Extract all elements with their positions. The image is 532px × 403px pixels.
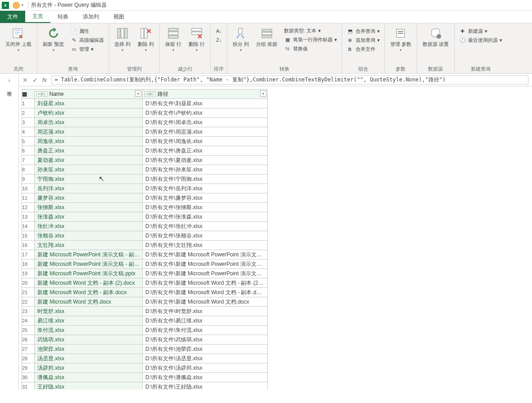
cell-name[interactable]: 易江维.xlsx xyxy=(35,316,143,326)
table-row[interactable]: 21新建 Microsoft Word 文档 - 副本.docxD:\所有文件\… xyxy=(22,288,268,297)
table-row[interactable]: 6唐盘正.xlsxD:\所有文件\唐盘正.xlsx xyxy=(22,146,268,156)
column-header-name[interactable]: ABCName ▾ xyxy=(35,90,143,99)
tab-home[interactable]: 主页 xyxy=(25,11,50,23)
cell-path[interactable]: D:\所有文件\孙来笙.xlsx xyxy=(143,165,268,175)
cell-name[interactable]: 池荣弈.xlsx xyxy=(35,345,143,354)
data-type-button[interactable]: 数据类型: 文本 ▾ xyxy=(282,27,339,35)
cell-name[interactable]: 周卓浩.xlsx xyxy=(35,118,143,127)
recent-sources-button[interactable]: 🕘最近使用的源 ▾ xyxy=(457,36,504,44)
cell-name[interactable]: 新建 Microsoft Word 文档 - 副本 (2).docx xyxy=(35,278,143,288)
expand-sidebar-icon[interactable]: › xyxy=(9,77,10,84)
table-row[interactable]: 8孙来笙.xlsxD:\所有文件\孙来笙.xlsx xyxy=(22,165,268,175)
cancel-formula-icon[interactable]: ✕ xyxy=(23,76,28,84)
table-row[interactable]: 1刘昼星.xlsxD:\所有文件\刘昼星.xlsx xyxy=(22,99,268,108)
cell-name[interactable]: 岳列洋.xlsx xyxy=(35,184,143,193)
cell-name[interactable]: 张灶冲.xlsx xyxy=(35,222,143,231)
row-number[interactable]: 6 xyxy=(22,146,35,156)
table-row[interactable]: 20新建 Microsoft Word 文档 - 副本 (2).docxD:\所… xyxy=(22,278,268,288)
row-number[interactable]: 1 xyxy=(22,99,35,108)
cell-path[interactable]: D:\所有文件\卢钦钧.xlsx xyxy=(143,108,268,118)
row-number[interactable]: 5 xyxy=(22,137,35,146)
row-number[interactable]: 16 xyxy=(22,241,35,250)
sort-desc-button[interactable]: Z↓ xyxy=(213,36,224,44)
queries-sidebar-collapsed[interactable]: › 查询 xyxy=(0,74,19,390)
merge-queries-button[interactable]: ⬒合并查询 ▾ xyxy=(345,27,382,35)
remove-columns-button[interactable]: 删除 列▾ xyxy=(135,25,157,53)
cell-name[interactable]: 潘佩焱.xlsx xyxy=(35,373,143,382)
table-row[interactable]: 2卢钦钧.xlsxD:\所有文件\卢钦钧.xlsx xyxy=(22,108,268,118)
cell-path[interactable]: D:\所有文件\新建 Microsoft PowerPoint 演示文稿.ppt… xyxy=(143,269,268,278)
row-number[interactable]: 15 xyxy=(22,231,35,241)
advanced-editor-button[interactable]: ✎高级编辑器 xyxy=(68,36,106,44)
cell-name[interactable]: 朱付流.xlsx xyxy=(35,326,143,335)
row-number[interactable]: 28 xyxy=(22,354,35,363)
use-first-row-header-button[interactable]: ▦将第一行用作标题 ▾ xyxy=(282,36,339,44)
table-row[interactable]: 14张灶冲.xlsxD:\所有文件\张灶冲.xlsx xyxy=(22,222,268,231)
row-number[interactable]: 31 xyxy=(22,382,35,390)
table-row[interactable]: 13张淮森.xlsxD:\所有文件\张淮森.xlsx xyxy=(22,212,268,222)
table-row[interactable]: 28汤丞昱.xlsxD:\所有文件\汤丞昱.xlsx xyxy=(22,354,268,363)
cell-path[interactable]: D:\所有文件\张顺谷.xlsx xyxy=(143,231,268,241)
cell-name[interactable]: 张顺谷.xlsx xyxy=(35,231,143,241)
close-load-button[interactable]: 关闭并 上载 ▾ xyxy=(3,25,34,53)
column-filter-dropdown[interactable]: ▾ xyxy=(135,90,141,97)
row-number[interactable]: 26 xyxy=(22,335,35,345)
cell-path[interactable]: D:\所有文件\周卓浩.xlsx xyxy=(143,118,268,127)
cell-name[interactable]: 卢钦钧.xlsx xyxy=(35,108,143,118)
qat-dropdown-icon[interactable]: ▾ xyxy=(22,3,25,7)
row-number[interactable]: 18 xyxy=(22,260,35,269)
cell-path[interactable]: D:\所有文件\潘佩焱.xlsx xyxy=(143,373,268,382)
cell-path[interactable]: D:\所有文件\张灶冲.xlsx xyxy=(143,222,268,231)
row-number[interactable]: 14 xyxy=(22,222,35,231)
table-row[interactable]: 17新建 Microsoft PowerPoint 演示文稿 - 副本 (...… xyxy=(22,250,268,260)
row-number[interactable]: 19 xyxy=(22,269,35,278)
choose-columns-button[interactable]: 选择 列▾ xyxy=(112,25,133,53)
sort-asc-button[interactable]: A↓ xyxy=(213,27,224,35)
properties-button[interactable]: 📄属性 xyxy=(68,27,106,35)
select-all-corner[interactable]: ▦ xyxy=(22,90,35,99)
cell-name[interactable]: 文壮翔.xlsx xyxy=(35,241,143,250)
row-number[interactable]: 20 xyxy=(22,278,35,288)
cell-name[interactable]: 周迟蒲.xlsx xyxy=(35,127,143,137)
data-grid[interactable]: ▦ ABCName ▾ ABC路径 ▾ 1刘昼星.xlsxD:\所有文件\刘昼星… xyxy=(19,86,532,390)
table-row[interactable]: 5周逸依.xlsxD:\所有文件\周逸依.xlsx xyxy=(22,137,268,146)
split-column-button[interactable]: 拆分 列▾ xyxy=(230,25,252,53)
row-number[interactable]: 11 xyxy=(22,193,35,203)
cell-path[interactable]: D:\所有文件\文壮翔.xlsx xyxy=(143,241,268,250)
cell-path[interactable]: D:\所有文件\张悌斯.xlsx xyxy=(143,203,268,212)
row-number[interactable]: 2 xyxy=(22,108,35,118)
cell-name[interactable]: 张悌斯.xlsx xyxy=(35,203,143,212)
cell-name[interactable]: 新建 Microsoft PowerPoint 演示文稿 - 副本.p... xyxy=(35,260,143,269)
table-row[interactable]: 3周卓浩.xlsxD:\所有文件\周卓浩.xlsx xyxy=(22,118,268,127)
table-row[interactable]: 23时觉舒.xlsxD:\所有文件\时觉舒.xlsx xyxy=(22,307,268,316)
column-filter-dropdown[interactable]: ▾ xyxy=(260,90,266,97)
table-row[interactable]: 12张悌斯.xlsxD:\所有文件\张悌斯.xlsx xyxy=(22,203,268,212)
table-row[interactable]: 27池荣弈.xlsxD:\所有文件\池荣弈.xlsx xyxy=(22,345,268,354)
remove-rows-button[interactable]: 删除 行▾ xyxy=(186,25,207,53)
cell-name[interactable]: 张淮森.xlsx xyxy=(35,212,143,222)
row-number[interactable]: 17 xyxy=(22,250,35,260)
table-row[interactable]: 26武慎萌.xlsxD:\所有文件\武慎萌.xlsx xyxy=(22,335,268,345)
cell-path[interactable]: D:\所有文件\张淮森.xlsx xyxy=(143,212,268,222)
cell-path[interactable]: D:\所有文件\刘昼星.xlsx xyxy=(143,99,268,108)
cell-name[interactable]: 孙来笙.xlsx xyxy=(35,165,143,175)
row-number[interactable]: 22 xyxy=(22,297,35,307)
cell-path[interactable]: D:\所有文件\易江维.xlsx xyxy=(143,316,268,326)
fx-icon[interactable]: fx xyxy=(42,76,47,83)
row-number[interactable]: 23 xyxy=(22,307,35,316)
cell-name[interactable]: 时觉舒.xlsx xyxy=(35,307,143,316)
row-number[interactable]: 24 xyxy=(22,316,35,326)
row-number[interactable]: 7 xyxy=(22,156,35,165)
row-number[interactable]: 30 xyxy=(22,373,35,382)
cell-path[interactable]: D:\所有文件\新建 Microsoft PowerPoint 演示文稿 - .… xyxy=(143,260,268,269)
keep-rows-button[interactable]: 保留 行▾ xyxy=(162,25,184,53)
row-number[interactable]: 12 xyxy=(22,203,35,212)
group-by-button[interactable]: 分组 依据 xyxy=(253,25,280,48)
row-number[interactable]: 10 xyxy=(22,184,35,193)
cell-name[interactable]: 新建 Microsoft Word 文档.docx xyxy=(35,297,143,307)
cell-path[interactable]: D:\所有文件\新建 Microsoft Word 文档 - 副本 (2).do… xyxy=(143,278,268,288)
cell-path[interactable]: D:\所有文件\新建 Microsoft PowerPoint 演示文稿 - .… xyxy=(143,250,268,260)
cell-name[interactable]: 汤辟邦.xlsx xyxy=(35,363,143,373)
cell-name[interactable]: 武慎萌.xlsx xyxy=(35,335,143,345)
row-number[interactable]: 4 xyxy=(22,127,35,137)
